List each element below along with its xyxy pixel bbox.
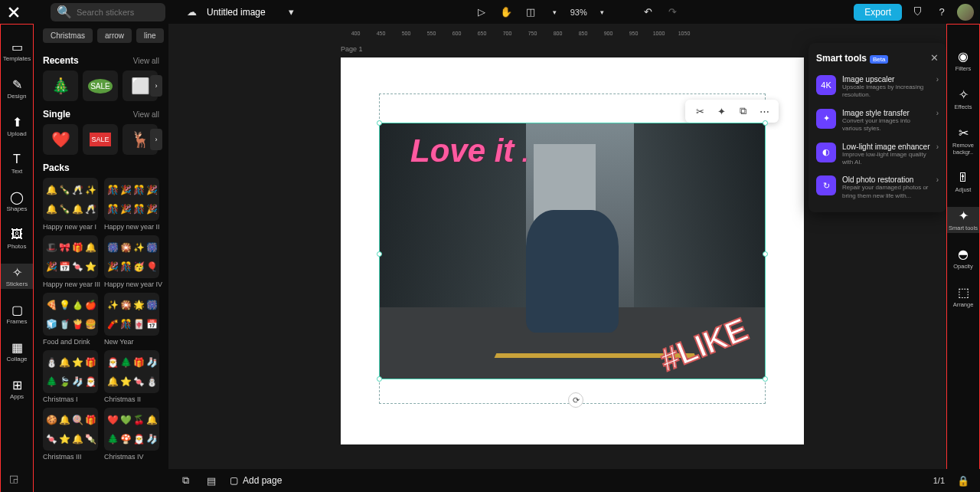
sticker-item[interactable]: 🎄	[43, 71, 78, 101]
page-canvas[interactable]: ✂ ✦ ⧉ ⋯ Love it . #LIKE ⟳	[341, 57, 804, 444]
text-loveit[interactable]: Love it .	[410, 133, 528, 169]
app-logo[interactable]	[6, 5, 21, 20]
nav-opacity[interactable]: ◓Opacity	[947, 245, 979, 271]
pages-icon[interactable]: ▤	[204, 473, 219, 488]
search-box[interactable]: 🔍	[51, 3, 165, 21]
avatar[interactable]	[957, 4, 974, 21]
pack-item[interactable]: 🎊🎉🎊🎉🎊🎉🎊🎉	[104, 178, 159, 221]
pack-item[interactable]: 🔔🍾🥂✨🔔🍾🔔🥂	[43, 178, 98, 221]
packs-title: Packs	[43, 162, 70, 173]
cloud-icon[interactable]: ☁	[182, 3, 201, 21]
pack-item[interactable]: 🍪🔔🍭🎁🍬⭐🔔🍡	[43, 408, 98, 451]
search-icon: 🔍	[57, 5, 72, 19]
resize-handle[interactable]	[377, 120, 382, 126]
nav-removebg[interactable]: ✂Remove backgr..	[947, 124, 979, 157]
recents-viewall[interactable]: View all	[133, 57, 159, 65]
nav-adjust[interactable]: 🎚Adjust	[947, 169, 979, 195]
add-page-button[interactable]: ▢Add page	[230, 475, 282, 486]
redo-icon[interactable]: ↷	[664, 3, 682, 21]
cursor-tool-icon[interactable]: ▷	[472, 3, 491, 21]
crop-icon[interactable]: ◫	[521, 3, 540, 21]
resize-handle[interactable]	[763, 376, 768, 382]
plus-icon: ▢	[230, 475, 238, 486]
chevron-right-icon: ›	[936, 75, 939, 84]
single-title: Single	[43, 109, 70, 120]
nav-shapes[interactable]: ◯Shapes	[1, 189, 33, 214]
pack-item[interactable]: 🍕💡🍐🍎🧊🥤🍟🍔	[43, 293, 98, 336]
next-icon[interactable]: ›	[150, 75, 162, 97]
nav-text[interactable]: TText	[1, 151, 33, 176]
chip-line[interactable]: line	[136, 28, 164, 43]
zoom-dropdown[interactable]: ▾	[593, 3, 612, 21]
pack-item[interactable]: 🎆🎇✨🎆🎉🎊🥳🎈	[104, 235, 159, 278]
sticker-item[interactable]: SALE	[83, 71, 118, 101]
pack-item[interactable]: ⛄🔔⭐🎁🌲🍃🧦🎅	[43, 350, 98, 393]
next-icon[interactable]: ›	[150, 129, 162, 150]
undo-icon[interactable]: ↶	[639, 3, 658, 21]
smart-tools-panel: Smart toolsBeta ✕ 4KImage upscalerUpscal…	[808, 43, 946, 212]
pack-item[interactable]: ✨🎇🌟🎆🧨🎊🀄📅	[104, 293, 159, 336]
shield-icon[interactable]: ⛉	[908, 3, 926, 21]
nav-smarttools[interactable]: ✦Smart tools	[947, 207, 979, 233]
help-icon[interactable]: ?	[933, 3, 951, 21]
chip-arrow[interactable]: arrow	[97, 28, 132, 43]
crop-dropdown[interactable]: ▾	[546, 3, 564, 21]
hand-tool-icon[interactable]: ✋	[497, 3, 515, 21]
sparkle-icon[interactable]: ✦	[714, 104, 728, 118]
nav-design[interactable]: ✎Design	[1, 76, 33, 101]
nav-collage[interactable]: ▦Collage	[1, 339, 33, 364]
crop-icon[interactable]: ✂	[693, 104, 707, 118]
resize-handle[interactable]	[763, 120, 768, 126]
recents-title: Recents	[43, 55, 79, 66]
resize-handle[interactable]	[377, 251, 382, 257]
nav-effects[interactable]: ✧Effects	[947, 86, 979, 112]
smart-item-lowlight[interactable]: ◐Low-light image enhancerImprove low-lig…	[816, 138, 939, 172]
right-nav: ◉Filters ✧Effects ✂Remove backgr.. 🎚Adju…	[946, 24, 980, 492]
page-count: 1/1	[933, 476, 945, 485]
selected-image[interactable]: Love it . #LIKE	[379, 123, 766, 379]
nav-filters[interactable]: ◉Filters	[947, 48, 979, 74]
nav-arrange[interactable]: ⬚Arrange	[947, 284, 979, 310]
smart-item-restoration[interactable]: ↻Old photo restorationRepair your damage…	[816, 171, 939, 205]
zoom-value[interactable]: 93%	[570, 8, 587, 17]
title-dropdown[interactable]: ▾	[282, 3, 300, 21]
lowlight-icon: ◐	[816, 143, 836, 162]
duplicate-icon[interactable]: ⧉	[736, 104, 750, 118]
nav-apps[interactable]: ⊞Apps	[1, 376, 33, 402]
bottom-bar: ⧉ ▤ ▢Add page 1/1 🔒	[168, 469, 980, 492]
page-label: Page 1	[341, 45, 363, 53]
search-input[interactable]	[77, 8, 159, 17]
smart-item-upscaler[interactable]: 4KImage upscalerUpscale images by increa…	[816, 71, 939, 104]
pack-item[interactable]: 🎩🎀🎁🔔🎉📅🍬⭐	[43, 235, 98, 278]
ruler-vertical	[168, 38, 182, 481]
pack-item[interactable]: 🎅🌲🎁🧦🔔⭐🍬⛄	[104, 350, 159, 393]
smart-item-style[interactable]: ✦Image style transferConvert your images…	[816, 104, 939, 138]
more-icon[interactable]: ⋯	[757, 104, 771, 118]
nav-templates[interactable]: ▭Templates	[1, 38, 33, 64]
resize-handle[interactable]	[763, 251, 768, 257]
single-viewall[interactable]: View all	[133, 110, 159, 119]
document-title[interactable]	[207, 7, 276, 18]
sticker-panel: Christmas arrow line RecentsView all 🎄 S…	[34, 24, 168, 492]
rotate-handle[interactable]: ⟳	[568, 392, 583, 408]
layers-icon[interactable]: ⧉	[178, 473, 193, 488]
nav-frames[interactable]: ▢Frames	[1, 301, 33, 326]
sticker-item[interactable]: SALE	[83, 124, 118, 155]
chevron-right-icon: ›	[936, 143, 939, 151]
resize-handle[interactable]	[377, 376, 382, 382]
beta-badge: Beta	[870, 55, 888, 64]
collapse-icon[interactable]: ◲	[9, 473, 18, 484]
export-button[interactable]: Export	[854, 4, 902, 21]
floating-toolbar: ✂ ✦ ⧉ ⋯	[685, 100, 779, 123]
close-icon[interactable]: ✕	[930, 52, 939, 64]
restore-icon: ↻	[816, 175, 836, 195]
nav-upload[interactable]: ⬆Upload	[1, 113, 33, 139]
chip-christmas[interactable]: Christmas	[43, 28, 93, 43]
style-icon: ✦	[816, 109, 836, 129]
sticker-item[interactable]: ❤️	[43, 124, 78, 155]
lock-icon[interactable]: 🔒	[956, 473, 971, 488]
nav-photos[interactable]: 🖼Photos	[1, 226, 33, 251]
nav-stickers[interactable]: ✧Stickers	[1, 264, 33, 289]
pack-item[interactable]: ❤️💚🍒🔔🌲🍄🎅🧦	[104, 408, 159, 451]
chevron-right-icon: ›	[936, 175, 939, 184]
